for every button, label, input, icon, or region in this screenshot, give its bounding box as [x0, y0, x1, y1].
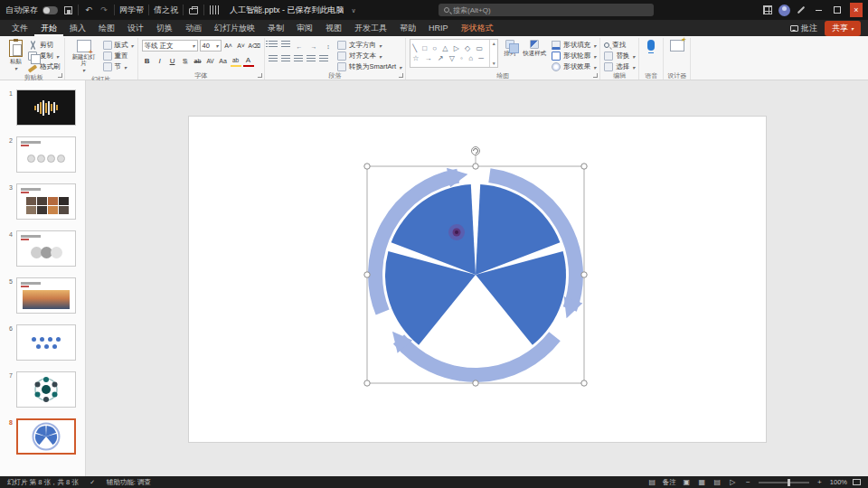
title-dropdown-icon[interactable] — [349, 5, 356, 14]
find-button[interactable]: 查找 — [604, 41, 635, 50]
line-spacing-button[interactable] — [323, 41, 334, 52]
font-color-button[interactable] — [243, 56, 254, 67]
tab-help[interactable]: 帮助 — [393, 20, 422, 36]
arrange-button[interactable]: 排列 — [502, 39, 517, 57]
thumbnail-preview[interactable] — [16, 418, 76, 455]
shape-fill-button[interactable]: 形状填充 — [552, 41, 596, 50]
resize-handle-sw[interactable] — [364, 380, 370, 386]
zoom-out-icon[interactable] — [743, 477, 753, 487]
thumbnail-preview[interactable] — [16, 183, 76, 220]
minimize-button[interactable] — [812, 3, 825, 17]
print-button[interactable] — [188, 5, 199, 15]
tab-insert[interactable]: 插入 — [63, 20, 92, 36]
slide-thumbnail-8[interactable]: 8 — [5, 418, 85, 455]
tab-transitions[interactable]: 切换 — [150, 20, 179, 36]
decrease-font-button[interactable] — [236, 41, 247, 52]
tab-review[interactable]: 审阅 — [290, 20, 319, 36]
slide-thumbnail-2[interactable]: 2 — [5, 136, 85, 173]
resize-handle-w[interactable] — [364, 272, 370, 277]
thumbnail-preview[interactable] — [16, 89, 76, 126]
resize-handle-n[interactable] — [473, 164, 478, 169]
undo-button[interactable] — [83, 5, 94, 15]
autosave-toggle[interactable] — [42, 6, 58, 14]
resize-handle-s[interactable] — [473, 380, 478, 386]
font-size-select[interactable]: 40 — [200, 40, 222, 52]
convert-smartart-button[interactable]: 转换为SmartArt — [337, 62, 401, 71]
paste-button[interactable]: 粘贴 — [7, 39, 24, 73]
italic-button[interactable] — [155, 56, 165, 67]
fit-to-window-icon[interactable] — [853, 479, 861, 485]
bold-button[interactable] — [142, 56, 153, 67]
save-button[interactable] — [62, 5, 73, 15]
tab-home[interactable]: 开始 — [34, 20, 63, 36]
spell-check-icon[interactable] — [88, 477, 98, 487]
zoom-slider[interactable] — [759, 482, 809, 483]
slide-thumbnail-5[interactable]: 5 — [5, 277, 85, 314]
gallery-scroll[interactable]: ▲▼ — [489, 40, 497, 67]
ribbon-display-options-icon[interactable] — [763, 5, 772, 14]
shape-gallery[interactable]: ▲▼ — [410, 39, 498, 68]
dialog-launcher-icon[interactable] — [258, 73, 262, 78]
zoom-slider-thumb[interactable] — [788, 479, 790, 486]
thumbnail-preview[interactable] — [16, 324, 76, 361]
dialog-launcher-icon[interactable] — [399, 73, 403, 78]
justify-icon[interactable] — [307, 55, 316, 63]
slide-thumbnail-1[interactable]: 1 — [5, 89, 85, 126]
chart-qat-button[interactable] — [209, 5, 220, 15]
highlight-color-button[interactable] — [231, 56, 241, 67]
decrease-indent-button[interactable] — [294, 41, 305, 52]
thumbnail-preview[interactable] — [16, 136, 76, 173]
reading-view-icon[interactable] — [712, 477, 722, 487]
character-spacing-button[interactable] — [205, 56, 216, 67]
normal-view-icon[interactable] — [682, 477, 692, 487]
pen-icon[interactable] — [797, 6, 805, 14]
slide-thumbnail-6[interactable]: 6 — [5, 324, 85, 361]
comments-button[interactable]: 批注 — [790, 23, 817, 34]
strikethrough-button[interactable] — [193, 56, 203, 67]
columns-icon[interactable] — [319, 55, 328, 63]
slideshow-icon[interactable] — [728, 477, 738, 487]
slide-sorter-icon[interactable] — [697, 477, 707, 487]
layout-button[interactable]: 版式 — [103, 41, 134, 50]
align-center-icon[interactable] — [281, 55, 290, 63]
search-box[interactable] — [439, 4, 654, 16]
tab-shape-format[interactable]: 形状格式 — [455, 20, 500, 36]
tab-file[interactable]: 文件 — [5, 20, 34, 36]
zoom-in-icon[interactable] — [815, 477, 825, 487]
copy-button[interactable]: 复制 — [28, 52, 61, 61]
new-slide-button[interactable]: 新建幻灯片 — [69, 39, 99, 75]
redo-button[interactable] — [99, 5, 109, 15]
reset-button[interactable]: 重置 — [103, 52, 134, 61]
bullets-icon[interactable] — [269, 41, 278, 49]
shape-outline-button[interactable]: 形状轮廓 — [552, 52, 596, 61]
clear-formatting-button[interactable] — [249, 41, 261, 52]
font-name-select[interactable]: 等线 正文 — [142, 40, 198, 52]
accessibility-status[interactable]: 辅助功能: 调查 — [107, 478, 151, 487]
slide-thumbnail-4[interactable]: 4 — [5, 230, 85, 267]
change-case-button[interactable] — [218, 56, 229, 67]
tab-design[interactable]: 设计 — [121, 20, 150, 36]
replace-button[interactable]: 替换 — [604, 52, 635, 61]
shape-effects-button[interactable]: 形状效果 — [552, 62, 596, 71]
qat-addin-2[interactable]: 倩之祝 — [154, 5, 178, 16]
resize-handle-e[interactable] — [581, 272, 587, 277]
thumbnail-preview[interactable] — [16, 371, 76, 408]
restore-button[interactable] — [831, 3, 844, 17]
selected-cycle-shape[interactable] — [358, 139, 593, 401]
tab-view[interactable]: 视图 — [319, 20, 348, 36]
numbering-icon[interactable] — [281, 41, 290, 49]
section-button[interactable]: 节 — [103, 62, 134, 71]
text-direction-button[interactable]: 文字方向 — [337, 41, 401, 50]
slide-surface[interactable] — [188, 116, 767, 443]
resize-handle-se[interactable] — [581, 380, 587, 386]
resize-handle-nw[interactable] — [364, 164, 370, 169]
designer-button[interactable] — [668, 39, 686, 52]
align-right-icon[interactable] — [294, 55, 303, 63]
rotate-handle[interactable] — [472, 147, 480, 155]
resize-handle-ne[interactable] — [581, 164, 587, 169]
tab-draw[interactable]: 绘图 — [92, 20, 121, 36]
text-shadow-button[interactable] — [180, 56, 191, 67]
zoom-level[interactable]: 100% — [830, 478, 847, 486]
tab-developer[interactable]: 开发工具 — [348, 20, 393, 36]
align-left-icon[interactable] — [269, 55, 278, 63]
